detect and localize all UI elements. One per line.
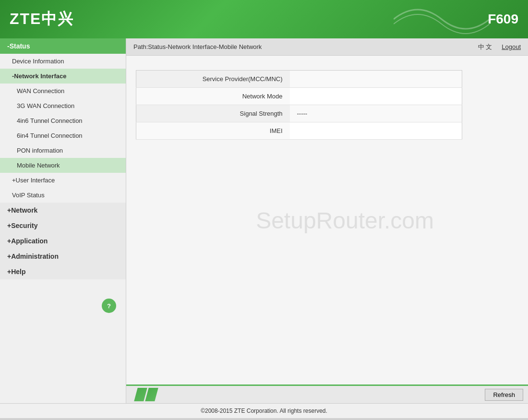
breadcrumb: Path:Status-Network Interface-Mobile Net… [133, 43, 262, 50]
table-value-1 [290, 88, 462, 105]
breadcrumb-right: 中 文 Logout [478, 43, 521, 51]
footer-copyright: ©2008-2015 ZTE Corporation. All rights r… [0, 403, 528, 418]
sidebar-item-voip-status[interactable]: VoIP Status [0, 188, 126, 203]
sidebar-item-help[interactable]: +Help [0, 264, 126, 279]
sidebar-item-6in4-tunnel[interactable]: 6in4 Tunnel Connection [0, 128, 126, 143]
refresh-button[interactable]: Refresh [485, 389, 523, 401]
table-label-1: Network Mode [136, 88, 290, 105]
sidebar-status[interactable]: -Status [0, 38, 126, 54]
header: ZTE中兴 F609 [0, 0, 528, 38]
sidebar-item-4in6-tunnel[interactable]: 4in6 Tunnel Connection [0, 113, 126, 128]
table-label-3: IMEI [136, 122, 290, 140]
sidebar-item-network-interface[interactable]: -Network Interface [0, 69, 126, 84]
help-button-container: ? [0, 294, 126, 318]
language-toggle[interactable]: 中 文 [478, 43, 492, 51]
logo: ZTE中兴 [10, 9, 74, 30]
sidebar-item-wan-connection[interactable]: WAN Connection [0, 84, 126, 98]
table-label-2: Signal Strength [136, 105, 290, 122]
footer-decoration [136, 388, 156, 401]
sidebar-item-administration[interactable]: +Administration [0, 249, 126, 264]
table-value-2: ----- [290, 105, 462, 122]
sidebar-item-application[interactable]: +Application [0, 233, 126, 249]
sidebar-item-mobile-network[interactable]: Mobile Network [0, 158, 126, 173]
sidebar: -Status Device Information -Network Inte… [0, 38, 126, 403]
footer-deco-bar-2 [145, 388, 158, 401]
table-value-0 [290, 71, 462, 88]
sidebar-item-3g-wan-connection[interactable]: 3G WAN Connection [0, 98, 126, 113]
sidebar-item-user-interface[interactable]: +User Interface [0, 173, 126, 188]
sidebar-item-network[interactable]: +Network [0, 203, 126, 218]
header-wave [394, 0, 490, 38]
info-table: Service Provider(MCC/MNC) Network Mode S… [136, 70, 462, 140]
watermark: SetupRouter.com [256, 207, 434, 233]
table-row: Network Mode [136, 88, 462, 105]
content-main: SetupRouter.com Service Provider(MCC/MNC… [126, 56, 528, 384]
model-number: F609 [488, 12, 518, 27]
help-button[interactable]: ? [102, 299, 116, 313]
content-area: Path:Status-Network Interface-Mobile Net… [126, 38, 528, 403]
table-row: Signal Strength ----- [136, 105, 462, 122]
main-wrapper: -Status Device Information -Network Inte… [0, 38, 528, 403]
table-label-0: Service Provider(MCC/MNC) [136, 71, 290, 88]
table-value-3 [290, 122, 462, 140]
sidebar-item-pon-information[interactable]: PON information [0, 143, 126, 158]
logout-button[interactable]: Logout [502, 43, 521, 50]
sidebar-item-security[interactable]: +Security [0, 218, 126, 233]
breadcrumb-bar: Path:Status-Network Interface-Mobile Net… [126, 38, 528, 56]
table-row: Service Provider(MCC/MNC) [136, 71, 462, 88]
table-row: IMEI [136, 122, 462, 140]
footer-bar: Refresh [126, 384, 528, 403]
sidebar-item-device-information[interactable]: Device Information [0, 54, 126, 69]
